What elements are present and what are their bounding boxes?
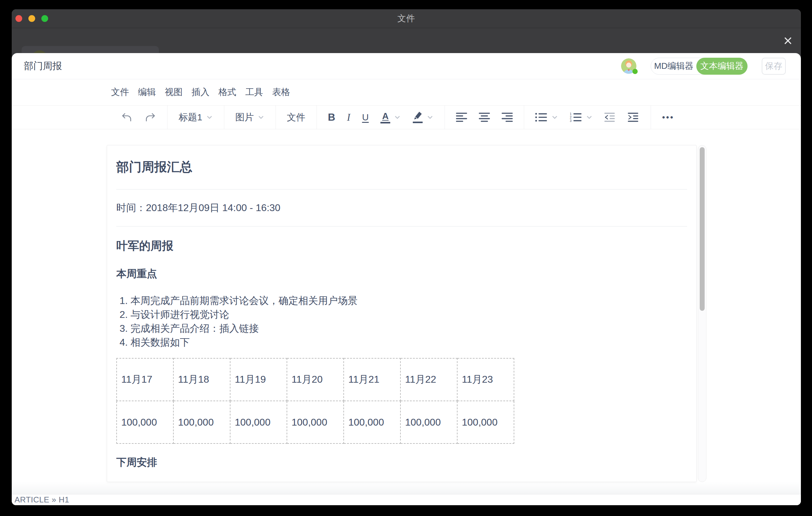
doc-heading-1: 部门周报汇总 xyxy=(116,158,687,176)
undo-icon[interactable] xyxy=(121,112,133,123)
table-cell[interactable]: 100,000 xyxy=(457,401,514,443)
menu-item[interactable]: 插入 xyxy=(192,86,209,98)
svg-text:3: 3 xyxy=(570,119,572,122)
text-editor-button[interactable]: 文本编辑器 xyxy=(696,58,748,75)
table-cell[interactable]: 100,000 xyxy=(230,401,287,443)
history-group xyxy=(110,106,167,129)
status-bar: ARTICLE » H1 xyxy=(12,494,801,505)
menu-item[interactable]: 视图 xyxy=(165,86,183,98)
table-cell[interactable]: 11月20 xyxy=(287,358,344,401)
italic-button[interactable]: I xyxy=(347,112,350,123)
table-cell[interactable]: 11月21 xyxy=(344,358,401,401)
editor-modal: 部门周报 MD编辑器 文本编辑器 保存 xyxy=(12,53,801,505)
list-item: 完成相关产品介绍：插入链接 xyxy=(130,322,687,336)
window-title: 文件 xyxy=(12,13,801,24)
focus-list: 本周完成产品前期需求讨论会议，确定相关用户场景与设计师进行视觉讨论完成相关产品介… xyxy=(116,294,687,349)
close-traffic-button[interactable] xyxy=(16,15,22,22)
traffic-lights xyxy=(16,9,48,28)
bullet-list-control xyxy=(535,113,558,122)
chevron-down-icon xyxy=(551,114,558,121)
element-path: ARTICLE » H1 xyxy=(14,495,69,505)
list-indent-group: 1 2 3 xyxy=(524,106,651,129)
bullet-list-button[interactable] xyxy=(535,113,548,122)
more-options-button[interactable]: ••• xyxy=(662,113,674,122)
md-editor-button[interactable]: MD编辑器 xyxy=(651,58,697,75)
menu-item[interactable]: 编辑 xyxy=(138,86,156,98)
highlight-button[interactable] xyxy=(412,112,423,123)
minimize-traffic-button[interactable] xyxy=(28,15,35,22)
more-group: ••• xyxy=(651,106,685,129)
svg-text:2: 2 xyxy=(570,116,572,119)
editor-mode-switch: MD编辑器 文本编辑器 xyxy=(651,58,748,75)
online-status-dot xyxy=(633,69,638,74)
menu-item[interactable]: 格式 xyxy=(219,86,236,98)
heading-select-group: 标题1 xyxy=(167,106,224,129)
window-titlebar: 文件 xyxy=(12,9,801,28)
meeting-time: 时间：2018年12月09日 14:00 - 16:30 xyxy=(116,201,687,215)
format-toolbar: 标题1 图片 文件 B I U A xyxy=(12,105,801,129)
menu-item[interactable]: 工具 xyxy=(245,86,263,98)
header-actions: MD编辑器 文本编辑器 保存 xyxy=(621,58,786,75)
table-cell[interactable]: 100,000 xyxy=(173,401,230,443)
chevron-down-icon xyxy=(394,114,401,121)
avatar[interactable] xyxy=(621,58,636,74)
document-name: 部门周报 xyxy=(24,60,62,73)
image-select-group: 图片 xyxy=(224,106,276,129)
divider xyxy=(116,189,687,190)
bottom-shade xyxy=(12,482,801,494)
font-color-button[interactable]: A xyxy=(380,111,390,123)
data-table: 11月1711月1811月1911月2011月2111月2211月23 100,… xyxy=(116,358,514,444)
numbered-list-button[interactable]: 1 2 3 xyxy=(570,113,582,122)
chevron-down-icon xyxy=(427,114,433,121)
highlight-control xyxy=(412,112,433,123)
zoom-traffic-button[interactable] xyxy=(41,15,48,22)
insert-image-button[interactable]: 图片 xyxy=(235,111,264,124)
table-header-row: 11月1711月1811月1911月2011月2111月2211月23 xyxy=(117,358,514,401)
close-icon[interactable] xyxy=(782,34,794,47)
table-cell[interactable]: 11月17 xyxy=(117,358,173,401)
doc-heading-3-focus: 本周重点 xyxy=(116,267,687,281)
document-page[interactable]: 部门周报汇总 时间：2018年12月09日 14:00 - 16:30 叶军的周… xyxy=(107,145,697,482)
doc-heading-3-next: 下周安排 xyxy=(116,455,687,469)
table-cell[interactable]: 11月18 xyxy=(173,358,230,401)
table-cell[interactable]: 100,000 xyxy=(287,401,344,443)
menu-bar: 文件编辑视图插入格式工具表格 xyxy=(12,79,801,105)
heading-select[interactable]: 标题1 xyxy=(179,111,213,124)
menu-item[interactable]: 表格 xyxy=(272,86,290,98)
table-cell[interactable]: 11月23 xyxy=(457,358,514,401)
scrollbar[interactable] xyxy=(698,145,706,482)
font-color-control: A xyxy=(380,111,401,123)
align-right-button[interactable] xyxy=(502,113,513,122)
dimmed-app-background xyxy=(12,28,801,53)
file-group: 文件 xyxy=(276,106,317,129)
chevron-down-icon xyxy=(586,114,593,121)
table-cell[interactable]: 100,000 xyxy=(344,401,401,443)
table-cell[interactable]: 100,000 xyxy=(117,401,173,443)
align-group xyxy=(444,106,524,129)
chevron-down-icon xyxy=(258,114,264,121)
numbered-list-control: 1 2 3 xyxy=(570,113,593,122)
list-item: 与设计师进行视觉讨论 xyxy=(130,308,687,322)
editor-canvas: 部门周报汇总 时间：2018年12月09日 14:00 - 16:30 叶军的周… xyxy=(12,129,801,494)
table-cell[interactable]: 11月22 xyxy=(401,358,457,401)
save-button[interactable]: 保存 xyxy=(762,58,786,75)
highlighter-icon xyxy=(412,112,423,120)
scrollbar-thumb[interactable] xyxy=(700,147,705,311)
bold-button[interactable]: B xyxy=(328,111,335,123)
menu-item[interactable]: 文件 xyxy=(111,86,129,98)
redo-icon[interactable] xyxy=(144,112,156,123)
macos-window: 文件 部门周报 xyxy=(12,9,801,505)
table-value-row: 100,000100,000100,000100,000100,000100,0… xyxy=(117,401,514,443)
table-cell[interactable]: 100,000 xyxy=(401,401,457,443)
chevron-down-icon xyxy=(206,114,213,121)
text-style-group: B I U A xyxy=(317,106,445,129)
table-cell[interactable]: 11月19 xyxy=(230,358,287,401)
underline-button[interactable]: U xyxy=(362,112,369,122)
align-center-button[interactable] xyxy=(479,113,490,122)
list-item: 相关数据如下 xyxy=(130,336,687,349)
align-left-button[interactable] xyxy=(456,113,467,122)
list-item: 本周完成产品前期需求讨论会议，确定相关用户场景 xyxy=(130,294,687,308)
insert-file-button[interactable]: 文件 xyxy=(287,111,306,124)
indent-button[interactable] xyxy=(628,113,640,122)
outdent-button[interactable] xyxy=(604,113,616,122)
